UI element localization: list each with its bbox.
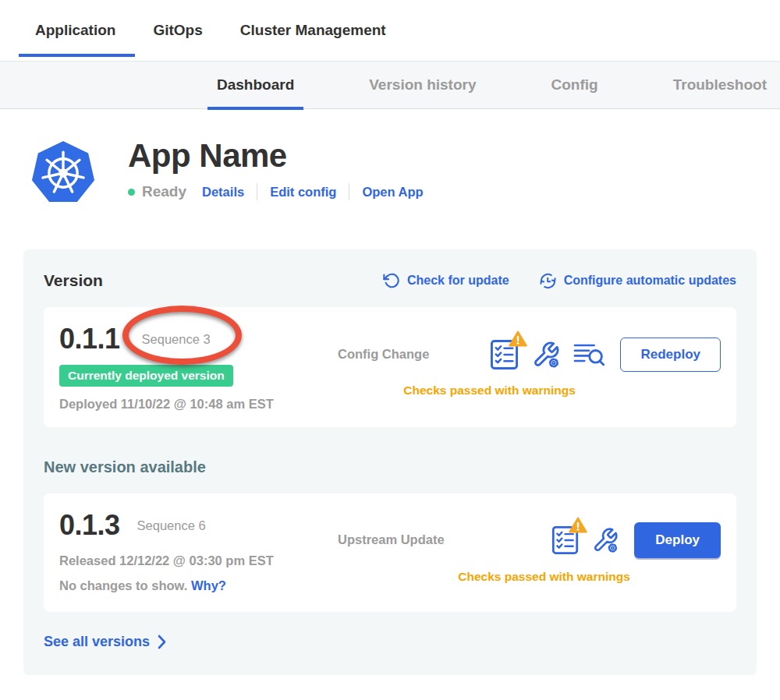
app-header: App Name Ready Details Edit config Open … <box>0 109 780 207</box>
no-changes-text: No changes to show. <box>59 578 187 592</box>
see-all-versions-link[interactable]: See all versions <box>44 634 166 650</box>
nav-item-cluster-management[interactable]: Cluster Management <box>240 0 386 61</box>
status-dot-ready <box>128 189 135 196</box>
current-version-number: 0.1.1 <box>59 323 120 355</box>
tab-troubleshoot[interactable]: Troubleshoot <box>673 61 767 109</box>
primary-nav: Application GitOps Cluster Management <box>0 0 780 61</box>
warning-triangle-icon <box>509 331 527 347</box>
version-panel: Version Check for update Configure autom… <box>23 249 757 675</box>
edit-config-link[interactable]: Edit config <box>270 185 336 200</box>
details-link[interactable]: Details <box>202 185 244 200</box>
kubernetes-logo-icon <box>30 139 97 207</box>
tab-version-history[interactable]: Version history <box>369 61 476 109</box>
tab-config[interactable]: Config <box>551 61 598 109</box>
tab-dashboard[interactable]: Dashboard <box>217 61 294 109</box>
version-panel-title: Version <box>44 271 103 290</box>
current-version-card: 0.1.1 Sequence 3 Currently deployed vers… <box>44 307 736 427</box>
open-app-link[interactable]: Open App <box>362 185 423 200</box>
app-tabs: Dashboard Version history Config Trouble… <box>0 61 780 109</box>
divider <box>349 183 349 200</box>
check-for-update-button[interactable]: Check for update <box>383 272 509 289</box>
divider <box>257 183 257 200</box>
clock-refresh-icon <box>539 272 557 290</box>
warning-triangle-icon <box>569 517 587 533</box>
nav-item-application[interactable]: Application <box>35 0 115 61</box>
version-source-label: Config Change <box>338 347 429 362</box>
preflight-checklist-warning-icon[interactable] <box>551 525 579 555</box>
deploy-button[interactable]: Deploy <box>634 522 721 558</box>
preflight-checklist-warning-icon[interactable] <box>490 338 519 370</box>
status-text: Ready <box>142 183 186 200</box>
why-link[interactable]: Why? <box>191 578 226 592</box>
current-version-sequence: Sequence 3 <box>142 332 211 347</box>
refresh-icon <box>383 272 400 289</box>
diff-view-icon[interactable] <box>573 341 604 367</box>
nav-item-gitops[interactable]: GitOps <box>153 0 202 61</box>
released-timestamp: Released 12/12/22 @ 03:30 pm EST <box>59 553 328 568</box>
checks-status-text: Checks passed with warnings <box>293 384 686 398</box>
chevron-right-icon <box>158 635 166 649</box>
version-source-label: Upstream Update <box>338 532 445 547</box>
available-version-number: 0.1.3 <box>59 509 120 542</box>
configure-automatic-updates-button[interactable]: Configure automatic updates <box>539 272 736 290</box>
checks-status-text: Checks passed with warnings <box>348 570 740 584</box>
deployed-timestamp: Deployed 11/10/22 @ 10:48 am EST <box>59 397 328 412</box>
redeploy-button[interactable]: Redeploy <box>620 338 721 372</box>
configure-automatic-updates-label: Configure automatic updates <box>564 274 736 288</box>
currently-deployed-badge: Currently deployed version <box>59 365 233 387</box>
app-name-title: App Name <box>128 139 424 173</box>
new-version-heading: New version available <box>44 458 736 476</box>
available-version-sequence: Sequence 6 <box>137 518 206 533</box>
wrench-gear-icon[interactable] <box>532 341 560 369</box>
wrench-gear-icon[interactable] <box>592 527 619 553</box>
check-for-update-label: Check for update <box>407 274 509 288</box>
available-version-card: 0.1.3 Sequence 6 Released 12/12/22 @ 03:… <box>44 493 736 612</box>
see-all-versions-label: See all versions <box>44 634 150 650</box>
